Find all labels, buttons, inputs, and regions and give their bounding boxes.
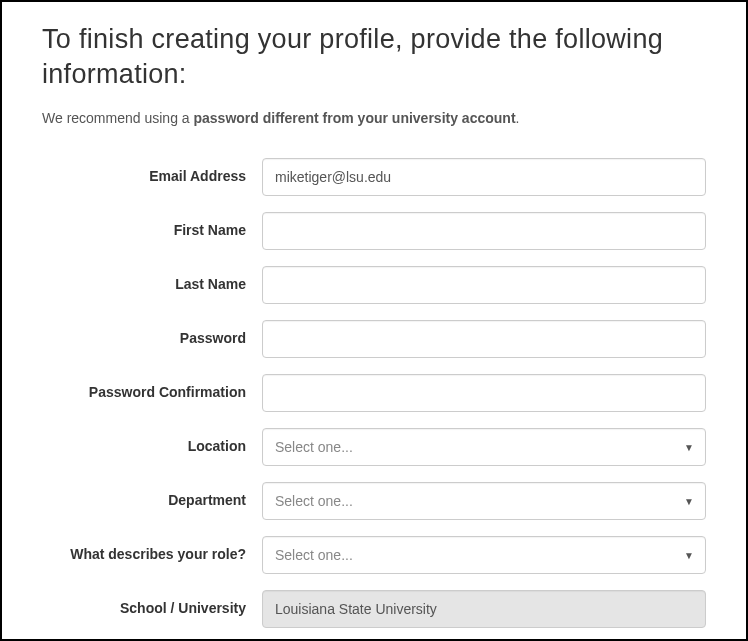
school-field-value: Louisiana State University bbox=[262, 590, 706, 628]
role-select[interactable]: Select one... ▼ bbox=[262, 536, 706, 574]
row-password-conf: Password Confirmation bbox=[42, 374, 706, 412]
label-password-conf: Password Confirmation bbox=[42, 374, 262, 402]
department-select-value: Select one... bbox=[262, 482, 706, 520]
recommendation-pre: We recommend using a bbox=[42, 110, 193, 126]
recommendation-bold: password different from your university … bbox=[193, 110, 515, 126]
row-last-name: Last Name bbox=[42, 266, 706, 304]
profile-form-frame: To finish creating your profile, provide… bbox=[0, 0, 748, 641]
role-select-value: Select one... bbox=[262, 536, 706, 574]
recommendation-post: . bbox=[516, 110, 520, 126]
page-heading: To finish creating your profile, provide… bbox=[42, 22, 706, 92]
label-first-name: First Name bbox=[42, 212, 262, 240]
password-field[interactable] bbox=[262, 320, 706, 358]
row-password: Password bbox=[42, 320, 706, 358]
location-select-value: Select one... bbox=[262, 428, 706, 466]
department-select[interactable]: Select one... ▼ bbox=[262, 482, 706, 520]
label-last-name: Last Name bbox=[42, 266, 262, 294]
last-name-field[interactable] bbox=[262, 266, 706, 304]
row-department: Department Select one... ▼ bbox=[42, 482, 706, 520]
row-first-name: First Name bbox=[42, 212, 706, 250]
label-role: What describes your role? bbox=[42, 536, 262, 564]
label-department: Department bbox=[42, 482, 262, 510]
row-school: School / University Louisiana State Univ… bbox=[42, 590, 706, 628]
label-email: Email Address bbox=[42, 158, 262, 186]
label-password: Password bbox=[42, 320, 262, 348]
first-name-field[interactable] bbox=[262, 212, 706, 250]
row-email: Email Address bbox=[42, 158, 706, 196]
row-role: What describes your role? Select one... … bbox=[42, 536, 706, 574]
location-select[interactable]: Select one... ▼ bbox=[262, 428, 706, 466]
recommendation-text: We recommend using a password different … bbox=[42, 110, 706, 126]
password-confirmation-field[interactable] bbox=[262, 374, 706, 412]
email-field[interactable] bbox=[262, 158, 706, 196]
label-school: School / University bbox=[42, 590, 262, 618]
school-field: Louisiana State University bbox=[262, 590, 706, 628]
label-location: Location bbox=[42, 428, 262, 456]
row-location: Location Select one... ▼ bbox=[42, 428, 706, 466]
